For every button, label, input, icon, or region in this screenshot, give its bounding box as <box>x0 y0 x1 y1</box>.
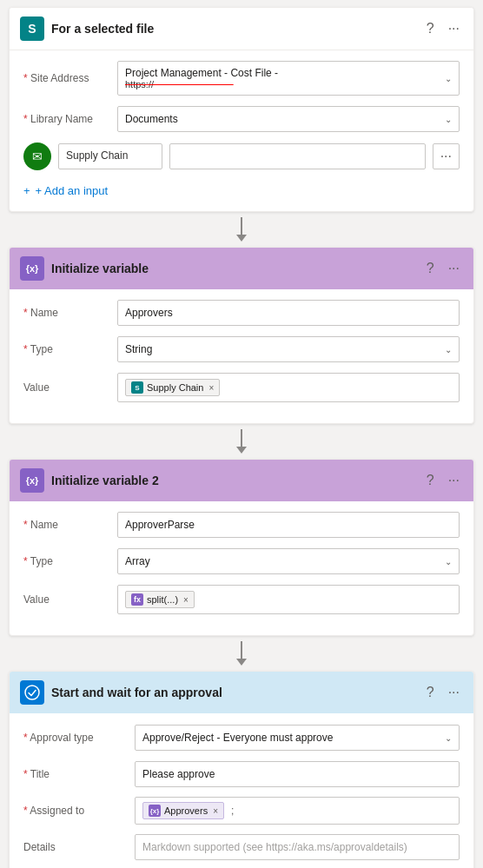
trigger-card: S For a selected file ? ··· * Site Addre… <box>9 7 474 212</box>
details-field[interactable]: Markdown supported (see https://aka.ms/a… <box>135 834 460 860</box>
add-icon: + <box>23 184 30 197</box>
init-var2-value-label: Value <box>23 593 110 606</box>
init-var-title: Initialize variable <box>51 262 416 275</box>
trigger-card-actions: ? ··· <box>423 19 463 38</box>
connector-line-2 <box>241 429 242 447</box>
init-var-name-row: * Name Approvers <box>23 300 460 326</box>
init-var-value-field[interactable]: S Supply Chain × <box>117 373 460 402</box>
approval-help-button[interactable]: ? <box>423 683 438 702</box>
init-var2-type-label: * Type <box>23 555 110 567</box>
assigned-to-field[interactable]: {x} Approvers × ; <box>135 797 460 825</box>
supply-chain-chip-close[interactable]: × <box>208 383 214 393</box>
init-var2-help-button[interactable]: ? <box>423 471 438 490</box>
approval-title-field[interactable]: Please approve <box>135 761 460 787</box>
init-var-help-button[interactable]: ? <box>423 259 438 278</box>
approvers-chip-icon: {x} <box>149 805 161 817</box>
email-icon: ✉ <box>23 142 51 170</box>
trigger-card-body: * Site Address Project Management - Cost… <box>10 50 473 211</box>
approval-body: * Approval type Approve/Reject - Everyon… <box>10 713 473 868</box>
approval-type-field[interactable]: Approve/Reject - Everyone must approve ⌄ <box>135 725 460 751</box>
approval-title: Start and wait for an approval <box>51 686 416 699</box>
init-var2-type-row: * Type Array ⌄ <box>23 548 460 574</box>
approval-card-actions: ? ··· <box>423 683 463 702</box>
init-var2-more-button[interactable]: ··· <box>445 471 463 490</box>
connector-arrow-3 <box>236 659 247 666</box>
approval-more-button[interactable]: ··· <box>445 683 463 702</box>
connector-line-3 <box>241 641 242 659</box>
variable-icon-1: {x} <box>20 256 44 281</box>
details-row: Details Markdown supported (see https://… <box>23 833 460 861</box>
init-var2-header: {x} Initialize variable 2 ? ··· <box>10 460 473 501</box>
approvers-chip-close[interactable]: × <box>213 806 218 816</box>
init-var-name-field[interactable]: Approvers <box>117 300 460 326</box>
init-var-more-button[interactable]: ··· <box>445 259 463 278</box>
approval-type-label: * Approval type <box>23 732 128 744</box>
site-address-row: * Site Address Project Management - Cost… <box>23 61 460 96</box>
connector-1 <box>236 212 247 247</box>
email-row: ✉ Supply Chain ··· <box>23 142 460 170</box>
init-var2-title: Initialize variable 2 <box>51 474 416 487</box>
trigger-card-header: S For a selected file ? ··· <box>10 8 473 50</box>
supply-chain-chip-icon: S <box>131 381 143 394</box>
split-chip-icon: fx <box>131 593 143 606</box>
library-name-row: * Library Name Documents ⌄ <box>23 106 460 132</box>
trigger-title: For a selected file <box>51 22 416 36</box>
init-var2-name-label: * Name <box>23 519 110 531</box>
init-var2-card: {x} Initialize variable 2 ? ··· * Name A… <box>9 459 474 636</box>
variable-icon-2: {x} <box>20 468 44 493</box>
site-address-label: * Site Address <box>23 72 110 84</box>
library-name-field[interactable]: Documents ⌄ <box>117 106 460 132</box>
approval-title-row: * Title Please approve <box>23 760 460 788</box>
email-more-button[interactable]: ··· <box>433 143 460 169</box>
site-address-field[interactable]: Project Management - Cost File - https:/… <box>117 61 460 96</box>
trigger-more-button[interactable]: ··· <box>445 19 463 38</box>
connector-arrow-1 <box>236 235 247 242</box>
init-var-header: {x} Initialize variable ? ··· <box>10 248 473 289</box>
assigned-semicolon: ; <box>231 805 234 817</box>
approval-title-label: * Title <box>23 768 128 780</box>
init-var2-actions: ? ··· <box>423 471 463 490</box>
library-name-label: * Library Name <box>23 113 110 125</box>
approval-type-arrow[interactable]: ⌄ <box>445 733 452 743</box>
email-field[interactable]: Supply Chain <box>58 143 162 169</box>
connector-3 <box>236 636 247 671</box>
sharepoint-icon: S <box>20 17 44 41</box>
assigned-to-row: * Assigned to {x} Approvers × ; <box>23 797 460 825</box>
init-var-type-label: * Type <box>23 343 110 355</box>
site-address-dropdown-arrow[interactable]: ⌄ <box>445 74 452 83</box>
split-chip: fx split(...) × <box>125 591 195 608</box>
init-var2-type-field[interactable]: Array ⌄ <box>117 548 460 574</box>
init-var2-name-row: * Name ApproverParse <box>23 512 460 538</box>
site-address-line1: Project Management - Cost File - <box>125 67 445 79</box>
approval-card: Start and wait for an approval ? ··· * A… <box>9 671 474 868</box>
init-var-value-row: Value S Supply Chain × <box>23 373 460 402</box>
connector-arrow-2 <box>236 447 247 454</box>
init-var-type-field[interactable]: String ⌄ <box>117 336 460 362</box>
site-address-line2: https:// <box>125 79 445 89</box>
init-var2-type-arrow[interactable]: ⌄ <box>445 557 452 567</box>
init-var-actions: ? ··· <box>423 259 463 278</box>
approval-icon <box>20 680 44 705</box>
init-var-card: {x} Initialize variable ? ··· * Name App… <box>9 247 474 424</box>
init-var-type-row: * Type String ⌄ <box>23 336 460 362</box>
supply-chain-chip: S Supply Chain × <box>125 379 220 396</box>
init-var-type-arrow[interactable]: ⌄ <box>445 345 452 354</box>
trigger-help-button[interactable]: ? <box>423 19 438 38</box>
add-input-button[interactable]: + + Add an input <box>23 181 108 201</box>
connector-2 <box>236 424 247 459</box>
assigned-to-label: * Assigned to <box>23 805 128 817</box>
details-label: Details <box>23 841 128 853</box>
library-dropdown-arrow[interactable]: ⌄ <box>445 115 452 124</box>
init-var-name-label: * Name <box>23 307 110 319</box>
split-chip-close[interactable]: × <box>183 595 189 605</box>
svg-point-0 <box>25 686 39 699</box>
init-var2-value-row: Value fx split(...) × <box>23 585 460 614</box>
init-var2-name-field[interactable]: ApproverParse <box>117 512 460 538</box>
connector-line-1 <box>241 217 242 235</box>
approvers-chip: {x} Approvers × <box>142 802 224 819</box>
email-field2[interactable] <box>169 143 426 169</box>
init-var2-value-field[interactable]: fx split(...) × <box>117 585 460 614</box>
init-var2-body: * Name ApproverParse * Type Array ⌄ Valu… <box>10 501 473 635</box>
init-var-body: * Name Approvers * Type String ⌄ Value <box>10 289 473 423</box>
approval-type-row: * Approval type Approve/Reject - Everyon… <box>23 724 460 752</box>
